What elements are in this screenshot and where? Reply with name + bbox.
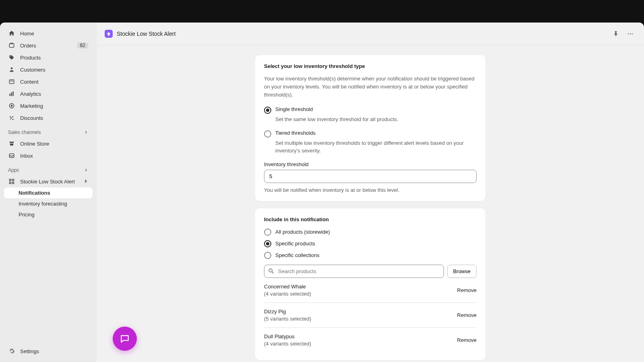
discounts-icon xyxy=(8,114,15,121)
svg-rect-12 xyxy=(12,179,14,181)
nav-home[interactable]: Home xyxy=(4,27,93,39)
nav-label: Orders xyxy=(20,43,36,49)
nav-label: Notifications xyxy=(19,190,50,196)
radio-label: Specific collections xyxy=(275,252,320,258)
orders-badge: 62 xyxy=(77,42,89,49)
pin-button[interactable] xyxy=(610,28,621,39)
nav-label: Content xyxy=(20,79,39,85)
page-header: Stockie Low Stock Alert xyxy=(97,23,644,45)
section-apps[interactable]: Apps xyxy=(4,162,93,175)
radio-desc: Set multiple low inventory thresholds to… xyxy=(275,139,477,155)
nav-label: Discounts xyxy=(20,115,43,121)
svg-point-2 xyxy=(11,67,13,69)
section-label: Sales channels xyxy=(8,130,41,135)
nav-settings[interactable]: Settings xyxy=(4,345,93,357)
nav-label: Online Store xyxy=(20,141,49,147)
help-fab[interactable] xyxy=(113,327,137,351)
browse-button[interactable]: Browse xyxy=(447,265,477,278)
svg-point-19 xyxy=(269,269,272,272)
product-row: Dull Platypus (4 variants selected) Remo… xyxy=(264,328,477,352)
app-icon xyxy=(8,178,15,185)
gear-icon xyxy=(8,348,15,355)
more-button[interactable] xyxy=(625,28,636,39)
helper-text: You will be notified when inventory is a… xyxy=(264,187,477,193)
nav-label: Settings xyxy=(20,348,39,354)
svg-point-17 xyxy=(630,33,631,34)
svg-point-16 xyxy=(628,33,629,34)
nav-orders[interactable]: Orders 62 xyxy=(4,39,93,51)
svg-rect-15 xyxy=(615,35,616,36)
nav-label: Marketing xyxy=(20,103,43,109)
nav-content[interactable]: Content xyxy=(4,76,93,88)
section-label: Apps xyxy=(8,167,19,173)
inventory-threshold-input[interactable] xyxy=(264,170,477,183)
svg-rect-14 xyxy=(12,182,14,184)
product-name: Dizzy Pig xyxy=(264,309,311,315)
card-title: Select your low inventory threshold type xyxy=(264,63,477,69)
radio-desc: Set the same low inventory threshold for… xyxy=(275,115,477,123)
radio-specific-collections[interactable] xyxy=(264,252,271,259)
products-icon xyxy=(8,54,15,61)
sub-inventory-forecasting[interactable]: Inventory forecasting xyxy=(4,198,93,209)
card-threshold-type: Select your low inventory threshold type… xyxy=(255,55,485,201)
card-desc: Your low inventory threshold(s) determin… xyxy=(264,75,477,99)
top-bar xyxy=(0,0,644,23)
chat-icon xyxy=(120,333,130,344)
section-sales-channels[interactable]: Sales channels xyxy=(4,124,93,138)
remove-button[interactable]: Remove xyxy=(457,337,477,343)
svg-rect-13 xyxy=(9,182,11,184)
nav-app-stockie[interactable]: Stockie Low Stock Alert xyxy=(4,175,93,187)
nav-customers[interactable]: Customers xyxy=(4,64,93,76)
search-products-input[interactable] xyxy=(264,265,444,278)
remove-button[interactable]: Remove xyxy=(457,287,477,293)
sub-notifications[interactable]: Notifications xyxy=(4,187,93,198)
product-name: Dull Platypus xyxy=(264,333,311,339)
radio-label: Specific products xyxy=(275,241,315,247)
orders-icon xyxy=(8,42,15,49)
radio-specific-products[interactable] xyxy=(264,240,271,247)
store-icon xyxy=(8,140,15,147)
nav-discounts[interactable]: Discounts xyxy=(4,112,93,124)
marketing-icon xyxy=(8,102,15,109)
nav-label: Stockie Low Stock Alert xyxy=(20,179,75,185)
inbox-icon xyxy=(8,152,15,159)
product-row: Concerned Whale (4 variants selected) Re… xyxy=(264,278,477,303)
card-title: Include in this notification xyxy=(264,216,477,222)
nav-marketing[interactable]: Marketing xyxy=(4,100,93,112)
product-name: Concerned Whale xyxy=(264,284,311,290)
svg-rect-4 xyxy=(10,81,13,82)
nav-analytics[interactable]: Analytics xyxy=(4,88,93,100)
radio-tiered-thresholds[interactable] xyxy=(264,130,271,138)
nav-inbox[interactable]: Inbox xyxy=(4,150,93,162)
nav-label: Inventory forecasting xyxy=(19,201,67,207)
product-meta: (4 variants selected) xyxy=(264,291,311,297)
sidebar: Home Orders 62 Products Customers Conten… xyxy=(0,23,97,362)
nav-label: Products xyxy=(20,55,41,61)
radio-all-products[interactable] xyxy=(264,228,271,236)
svg-rect-6 xyxy=(11,93,12,96)
content-icon xyxy=(8,78,15,85)
nav-label: Inbox xyxy=(20,153,33,159)
sub-pricing[interactable]: Pricing xyxy=(4,209,93,220)
svg-rect-1 xyxy=(10,43,13,44)
nav-label: Pricing xyxy=(19,212,35,218)
analytics-icon xyxy=(8,90,15,97)
customers-icon xyxy=(8,66,15,73)
radio-label: Single threshold xyxy=(275,106,313,112)
remove-button[interactable]: Remove xyxy=(457,312,477,318)
radio-label: All products (storewide) xyxy=(275,229,330,235)
search-icon xyxy=(268,268,275,274)
svg-rect-11 xyxy=(9,179,11,181)
nav-products[interactable]: Products xyxy=(4,51,93,64)
product-meta: (4 variants selected) xyxy=(264,341,311,347)
main: Stockie Low Stock Alert Select your low … xyxy=(97,23,644,362)
svg-rect-5 xyxy=(9,94,10,96)
radio-single-threshold[interactable] xyxy=(264,107,271,114)
page-title: Stockie Low Stock Alert xyxy=(117,31,175,37)
pin-icon[interactable] xyxy=(83,179,89,184)
nav-online-store[interactable]: Online Store xyxy=(4,138,93,150)
product-row: Dizzy Pig (5 variants selected) Remove xyxy=(264,303,477,328)
product-meta: (5 variants selected) xyxy=(264,316,311,322)
nav-label: Home xyxy=(20,31,34,37)
svg-point-8 xyxy=(11,105,13,107)
